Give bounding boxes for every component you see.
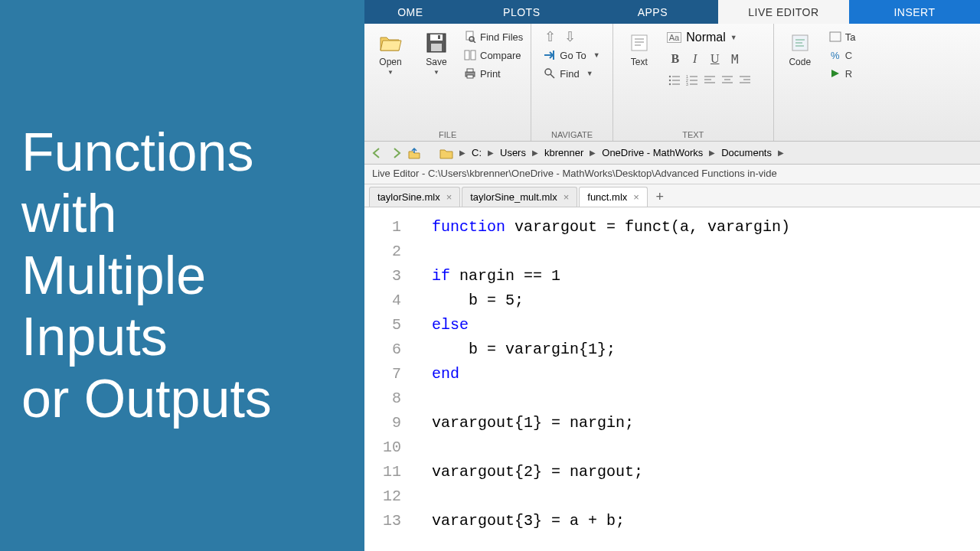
back-icon[interactable] [371,146,384,160]
find-files-icon [464,31,476,43]
compare-icon [464,49,476,61]
svg-point-23 [669,83,671,85]
file-tab-2[interactable]: taylorSine_mult.mlx × [462,187,577,207]
text-icon [627,31,652,55]
line-number: 12 [364,484,401,509]
svg-line-14 [550,74,554,78]
code-line[interactable]: b = varargin{1}; [432,337,980,362]
chevron-down-icon: ▼ [730,34,737,41]
group-label-code [779,129,859,141]
italic-button[interactable]: I [687,51,704,67]
toolstrip-tabs: OME PLOTS APPS LIVE EDITOR INSERT [364,0,980,24]
refactor-icon [829,31,841,43]
underline-button[interactable]: U [707,51,724,67]
line-number: 10 [364,435,401,460]
code-line[interactable]: else [432,313,980,337]
code-line[interactable]: function varargout = funct(a, varargin) [432,215,980,240]
code-line[interactable] [432,435,980,460]
text-style-dropdown[interactable]: Aa Normal ▼ [664,29,756,46]
svg-rect-15 [632,35,647,51]
comment-icon: % [829,49,841,61]
floppy-disk-icon [424,31,449,55]
ribbon: Open ▼ Save ▼ Find Files [364,24,980,142]
code-line[interactable] [432,240,980,264]
code-icon [788,31,812,55]
code-line[interactable]: varargout{3} = a + b; [432,509,980,533]
code-button[interactable]: Code [779,28,822,70]
ribbon-group-navigate: ⇧ ⇩ Go To ▼ Find ▼ NAVIGATE [531,24,612,141]
align-right-icon[interactable] [737,73,753,87]
code-line[interactable]: varargout{1} = nargin; [432,411,980,435]
path-onedrive[interactable]: OneDrive - MathWorks [602,147,703,158]
svg-point-19 [669,76,671,77]
numbered-list-icon[interactable]: 123 [684,73,700,87]
goto-icon [544,49,556,61]
goto-button[interactable]: Go To ▼ [541,47,603,63]
svg-text:3: 3 [686,82,688,86]
new-tab-button[interactable]: + [649,187,671,207]
bullet-list-icon[interactable] [667,73,682,87]
close-icon[interactable]: × [564,191,570,203]
svg-point-21 [669,80,671,81]
comment-button[interactable]: %C [826,47,859,63]
find-files-button[interactable]: Find Files [461,29,526,44]
code-line[interactable]: end [432,362,980,386]
title-panel: Functions with Multiple Inputs or Output… [0,0,364,551]
tab-plots[interactable]: PLOTS [456,0,587,24]
ribbon-group-text: Text Aa Normal ▼ B I U M [613,24,774,141]
title-line-5: or Outputs [21,368,343,430]
chevron-down-icon: ▼ [593,51,600,59]
svg-rect-44 [830,32,841,41]
bold-button[interactable]: B [667,51,684,67]
chevron-right-icon: ▶ [488,148,494,157]
refactor-button[interactable]: Ta [826,29,859,44]
chevron-down-icon: ▼ [433,69,439,76]
close-icon[interactable]: × [633,191,639,203]
text-button[interactable]: Text [618,28,661,70]
path-user[interactable]: kbrenner [544,147,583,158]
up-folder-icon[interactable] [407,146,421,160]
code-line[interactable] [432,386,980,411]
path-documents[interactable]: Documents [721,147,772,158]
forward-icon[interactable] [389,146,403,160]
line-number: 4 [364,289,401,313]
close-icon[interactable]: × [446,191,452,203]
find-button[interactable]: Find ▼ [541,66,603,81]
file-tab-1[interactable]: taylorSine.mlx × [369,187,460,207]
open-button[interactable]: Open ▼ [369,28,412,79]
tab-live-editor[interactable]: LIVE EDITOR [718,0,849,24]
chevron-right-icon: ▶ [590,148,596,157]
code-editor[interactable]: 12345678910111213 function varargout = f… [364,207,980,551]
print-button[interactable]: Print [461,66,526,81]
line-number: 5 [364,313,401,337]
nav-arrows[interactable]: ⇧ ⇩ [541,29,603,44]
group-label-text: TEXT [618,129,769,141]
code-area[interactable]: function varargout = funct(a, varargin)i… [409,215,980,551]
title-line-2: with [21,183,343,245]
code-line[interactable]: varargout{2} = nargout; [432,460,980,484]
printer-icon [464,67,476,80]
file-tab-3[interactable]: funct.mlx × [579,187,648,207]
line-number: 11 [364,460,401,484]
chevron-right-icon: ▶ [778,148,784,157]
monospace-button[interactable]: M [727,51,743,67]
tab-insert[interactable]: INSERT [849,0,980,24]
path-users[interactable]: Users [500,147,526,158]
save-button[interactable]: Save ▼ [415,28,458,79]
app-window: OME PLOTS APPS LIVE EDITOR INSERT Open ▼ [364,0,980,551]
svg-rect-7 [465,51,469,60]
folder-open-icon [378,31,403,55]
align-left-icon[interactable] [702,73,717,87]
code-line[interactable]: b = 5; [432,289,980,313]
run-button[interactable]: R [826,66,859,81]
tab-home[interactable]: OME [364,0,456,24]
align-center-icon[interactable] [720,73,735,87]
title-line-1: Functions [21,122,343,184]
svg-rect-8 [471,51,475,60]
tab-apps[interactable]: APPS [587,0,718,24]
chevron-down-icon: ▼ [387,69,394,76]
compare-button[interactable]: Compare [461,47,526,63]
code-line[interactable]: if nargin == 1 [432,264,980,289]
path-drive[interactable]: C: [472,147,482,158]
code-line[interactable] [432,484,980,509]
